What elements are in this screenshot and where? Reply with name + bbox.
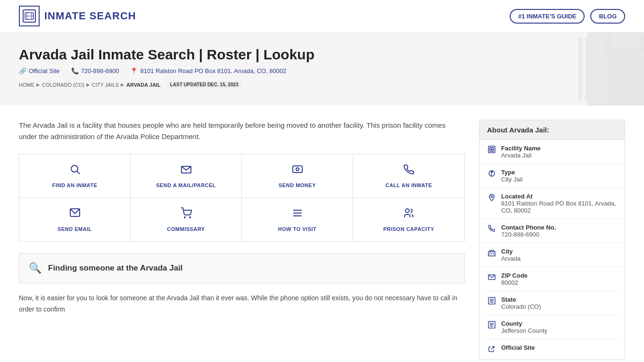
about-row-city: CityArvada: [479, 243, 625, 267]
hero-section: Arvada Jail Inmate Search | Roster | Loo…: [0, 33, 644, 106]
about-row-located-at: Located At8101 Ralston Road PO Box 8101,…: [479, 188, 625, 219]
about-value: Arvada: [501, 255, 520, 262]
about-label: ZIP Code: [501, 272, 528, 279]
about-value: Jefferson County: [501, 327, 547, 334]
about-label: Contact Phone No.: [501, 224, 556, 231]
svg-line-48: [491, 346, 494, 349]
action-icon: [181, 164, 192, 178]
about-row-facility-name: Facility NameArvada Jail: [479, 140, 625, 164]
link-icon: 🔗: [19, 67, 26, 74]
action-icon: [403, 207, 414, 222]
description-text: The Arvada Jail is a facility that house…: [19, 120, 465, 142]
breadcrumb-sep-3: ▶: [121, 82, 124, 87]
hero-content: Arvada Jail Inmate Search | Roster | Loo…: [19, 47, 625, 88]
address-info: 📍 8101 Ralston Road PO Box 8101, Arvada,…: [130, 67, 286, 74]
about-rows: Facility NameArvada JailTypeCity JailLoc…: [479, 140, 625, 359]
about-value: 720-898-6900: [501, 231, 556, 238]
action-cell-prison-capacity[interactable]: PRISON CAPACITY: [353, 198, 464, 241]
logo-icon: [19, 6, 40, 26]
about-row-icon: [487, 170, 496, 179]
action-cell-how-to-visit[interactable]: HOW TO VISIT: [242, 198, 353, 241]
about-row-icon: [487, 273, 496, 282]
about-header: About Arvada Jail:: [479, 120, 625, 140]
action-label: FIND AN INMATE: [52, 182, 98, 188]
action-icon: [69, 164, 81, 178]
about-label: Official Site: [501, 344, 535, 351]
actions-grid: FIND AN INMATESEND A MAIL/PARCELSEND MON…: [19, 154, 465, 242]
about-row-zip-code: ZIP Code80002: [479, 267, 625, 291]
action-label: PRISON CAPACITY: [383, 226, 434, 232]
svg-point-17: [296, 168, 299, 171]
about-row-icon: [487, 194, 496, 203]
about-row-contact-phone-no: Contact Phone No.720-898-6900: [479, 219, 625, 243]
action-icon: [403, 164, 414, 178]
action-cell-send-money[interactable]: SEND MONEY: [242, 154, 353, 198]
about-row-icon: [487, 297, 496, 306]
action-cell-commissary[interactable]: COMMISSARY: [131, 198, 242, 241]
svg-point-19: [184, 217, 185, 218]
svg-rect-35: [490, 250, 494, 252]
breadcrumb-current: ARVADA JAIL: [126, 82, 161, 88]
about-label: County: [501, 320, 547, 327]
header-nav: #1 INMATE'S GUIDE BLOG: [510, 9, 625, 24]
about-value: 80002: [501, 279, 528, 286]
finding-body-text: Now, it is easier for you to look for so…: [19, 293, 465, 315]
action-cell-call-an-inmate[interactable]: CALL AN INMATE: [353, 154, 464, 198]
svg-point-30: [491, 172, 493, 173]
action-cell-send-a-mailparcel[interactable]: SEND A MAIL/PARCEL: [131, 154, 242, 198]
svg-point-20: [190, 217, 190, 218]
about-row-icon: [487, 225, 496, 234]
page-title: Arvada Jail Inmate Search | Roster | Loo…: [19, 47, 625, 63]
action-icon: [69, 207, 81, 222]
about-value: City Jail: [501, 176, 523, 183]
address-text: 8101 Ralston Road PO Box 8101, Arvada, C…: [140, 67, 286, 74]
action-icon: [181, 207, 192, 222]
main-content: The Arvada Jail is a facility that house…: [0, 106, 644, 362]
phone-icon: 📞: [71, 67, 79, 74]
action-label: COMMISSARY: [167, 226, 205, 232]
logo-text: INMATE SEARCH: [44, 10, 136, 22]
logo-link[interactable]: INMATE SEARCH: [19, 6, 136, 26]
breadcrumb-sep-2: ▶: [86, 82, 90, 87]
about-label: Facility Name: [501, 145, 541, 152]
guide-button[interactable]: #1 INMATE'S GUIDE: [510, 9, 585, 24]
site-header: INMATE SEARCH #1 INMATE'S GUIDE BLOG: [0, 0, 644, 33]
breadcrumb-type[interactable]: CITY JAILS: [92, 82, 119, 88]
finding-search-icon: 🔍: [29, 262, 41, 274]
breadcrumb-updated: LAST UPDATED DEC. 15, 2023: [166, 81, 242, 88]
action-cell-send-email[interactable]: SEND EMAIL: [19, 198, 131, 241]
about-row-icon: [487, 345, 496, 354]
action-cell-find-an-inmate[interactable]: FIND AN INMATE: [19, 154, 131, 198]
svg-point-24: [405, 209, 409, 213]
about-label: Type: [501, 169, 523, 176]
action-label: CALL AN INMATE: [385, 182, 432, 188]
about-row-state: StateColorado (CO): [479, 291, 625, 315]
about-row-icon: [487, 321, 496, 330]
svg-point-13: [71, 165, 78, 172]
breadcrumb-sep-1: ▶: [36, 82, 40, 87]
blog-button[interactable]: BLOG: [590, 9, 625, 24]
action-label: SEND EMAIL: [58, 226, 92, 232]
about-box: About Arvada Jail: Facility NameArvada J…: [479, 120, 625, 360]
about-label: State: [501, 296, 541, 303]
finding-box: 🔍 Finding someone at the Arvada Jail: [19, 253, 465, 283]
action-label: SEND A MAIL/PARCEL: [156, 182, 216, 188]
phone-number: 720-898-6900: [81, 67, 119, 74]
official-site-link[interactable]: 🔗 Official Site: [19, 67, 60, 74]
svg-line-14: [77, 172, 80, 174]
breadcrumb-home[interactable]: HOME: [19, 82, 34, 88]
about-value: 8101 Ralston Road PO Box 8101, Arvada, C…: [501, 200, 617, 214]
breadcrumb: HOME ▶ COLORADO (CO) ▶ CITY JAILS ▶ ARVA…: [19, 81, 625, 88]
phone-info: 📞 720-898-6900: [71, 67, 119, 74]
about-row-icon: [487, 146, 496, 155]
about-value: Arvada Jail: [501, 152, 541, 159]
about-label: Located At: [501, 193, 617, 200]
action-icon: [292, 207, 303, 222]
about-sidebar: About Arvada Jail: Facility NameArvada J…: [479, 120, 625, 360]
action-label: SEND MONEY: [279, 182, 316, 188]
about-label: City: [501, 248, 520, 255]
about-row-official-site: Official Site: [479, 339, 625, 359]
breadcrumb-state[interactable]: COLORADO (CO): [42, 82, 84, 88]
content-left: The Arvada Jail is a facility that house…: [19, 120, 465, 360]
official-site-label: Official Site: [29, 67, 60, 74]
